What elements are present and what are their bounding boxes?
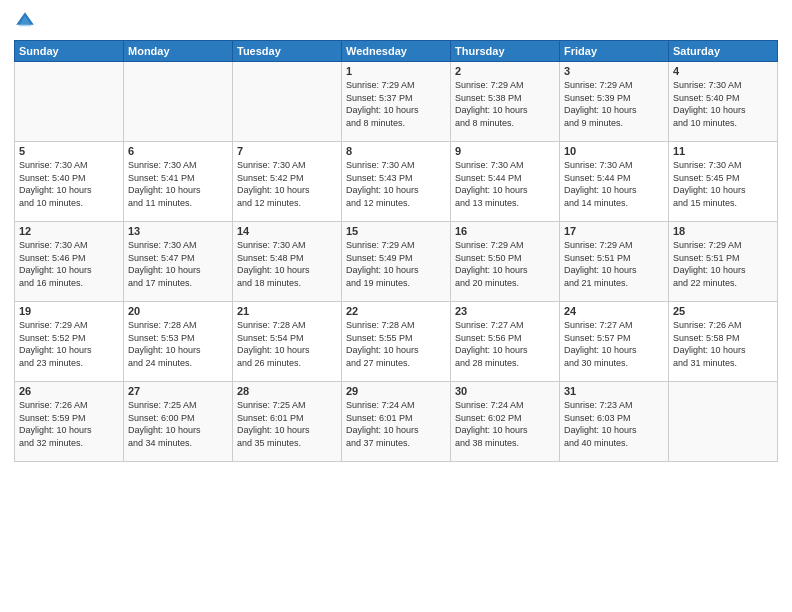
calendar-cell: 2Sunrise: 7:29 AM Sunset: 5:38 PM Daylig… bbox=[451, 62, 560, 142]
calendar-cell: 14Sunrise: 7:30 AM Sunset: 5:48 PM Dayli… bbox=[233, 222, 342, 302]
day-number: 3 bbox=[564, 65, 664, 77]
page: SundayMondayTuesdayWednesdayThursdayFrid… bbox=[0, 0, 792, 612]
day-info: Sunrise: 7:29 AM Sunset: 5:52 PM Dayligh… bbox=[19, 319, 119, 369]
day-info: Sunrise: 7:25 AM Sunset: 6:01 PM Dayligh… bbox=[237, 399, 337, 449]
calendar-cell: 1Sunrise: 7:29 AM Sunset: 5:37 PM Daylig… bbox=[342, 62, 451, 142]
day-number: 19 bbox=[19, 305, 119, 317]
calendar-cell bbox=[124, 62, 233, 142]
calendar-row: 19Sunrise: 7:29 AM Sunset: 5:52 PM Dayli… bbox=[15, 302, 778, 382]
logo-icon bbox=[14, 10, 36, 32]
day-number: 12 bbox=[19, 225, 119, 237]
day-info: Sunrise: 7:30 AM Sunset: 5:44 PM Dayligh… bbox=[455, 159, 555, 209]
day-number: 30 bbox=[455, 385, 555, 397]
calendar-cell: 17Sunrise: 7:29 AM Sunset: 5:51 PM Dayli… bbox=[560, 222, 669, 302]
calendar-cell: 30Sunrise: 7:24 AM Sunset: 6:02 PM Dayli… bbox=[451, 382, 560, 462]
calendar-cell: 7Sunrise: 7:30 AM Sunset: 5:42 PM Daylig… bbox=[233, 142, 342, 222]
day-number: 25 bbox=[673, 305, 773, 317]
day-info: Sunrise: 7:27 AM Sunset: 5:57 PM Dayligh… bbox=[564, 319, 664, 369]
calendar-cell: 26Sunrise: 7:26 AM Sunset: 5:59 PM Dayli… bbox=[15, 382, 124, 462]
day-number: 22 bbox=[346, 305, 446, 317]
day-number: 24 bbox=[564, 305, 664, 317]
calendar-cell: 29Sunrise: 7:24 AM Sunset: 6:01 PM Dayli… bbox=[342, 382, 451, 462]
day-number: 18 bbox=[673, 225, 773, 237]
calendar-cell: 23Sunrise: 7:27 AM Sunset: 5:56 PM Dayli… bbox=[451, 302, 560, 382]
day-number: 31 bbox=[564, 385, 664, 397]
day-info: Sunrise: 7:30 AM Sunset: 5:44 PM Dayligh… bbox=[564, 159, 664, 209]
calendar-cell: 3Sunrise: 7:29 AM Sunset: 5:39 PM Daylig… bbox=[560, 62, 669, 142]
calendar-cell: 6Sunrise: 7:30 AM Sunset: 5:41 PM Daylig… bbox=[124, 142, 233, 222]
day-info: Sunrise: 7:29 AM Sunset: 5:39 PM Dayligh… bbox=[564, 79, 664, 129]
day-info: Sunrise: 7:24 AM Sunset: 6:02 PM Dayligh… bbox=[455, 399, 555, 449]
calendar-cell: 22Sunrise: 7:28 AM Sunset: 5:55 PM Dayli… bbox=[342, 302, 451, 382]
day-info: Sunrise: 7:28 AM Sunset: 5:53 PM Dayligh… bbox=[128, 319, 228, 369]
day-info: Sunrise: 7:27 AM Sunset: 5:56 PM Dayligh… bbox=[455, 319, 555, 369]
day-info: Sunrise: 7:26 AM Sunset: 5:58 PM Dayligh… bbox=[673, 319, 773, 369]
day-number: 20 bbox=[128, 305, 228, 317]
header-cell-thursday: Thursday bbox=[451, 41, 560, 62]
day-number: 4 bbox=[673, 65, 773, 77]
header-cell-friday: Friday bbox=[560, 41, 669, 62]
day-info: Sunrise: 7:28 AM Sunset: 5:54 PM Dayligh… bbox=[237, 319, 337, 369]
day-info: Sunrise: 7:30 AM Sunset: 5:46 PM Dayligh… bbox=[19, 239, 119, 289]
day-number: 2 bbox=[455, 65, 555, 77]
header-cell-saturday: Saturday bbox=[669, 41, 778, 62]
calendar-cell: 15Sunrise: 7:29 AM Sunset: 5:49 PM Dayli… bbox=[342, 222, 451, 302]
calendar-cell: 10Sunrise: 7:30 AM Sunset: 5:44 PM Dayli… bbox=[560, 142, 669, 222]
day-info: Sunrise: 7:26 AM Sunset: 5:59 PM Dayligh… bbox=[19, 399, 119, 449]
calendar-cell: 12Sunrise: 7:30 AM Sunset: 5:46 PM Dayli… bbox=[15, 222, 124, 302]
day-number: 23 bbox=[455, 305, 555, 317]
calendar-cell: 8Sunrise: 7:30 AM Sunset: 5:43 PM Daylig… bbox=[342, 142, 451, 222]
calendar-cell: 19Sunrise: 7:29 AM Sunset: 5:52 PM Dayli… bbox=[15, 302, 124, 382]
calendar-cell: 5Sunrise: 7:30 AM Sunset: 5:40 PM Daylig… bbox=[15, 142, 124, 222]
day-number: 8 bbox=[346, 145, 446, 157]
header-row: SundayMondayTuesdayWednesdayThursdayFrid… bbox=[15, 41, 778, 62]
day-number: 10 bbox=[564, 145, 664, 157]
calendar-cell: 4Sunrise: 7:30 AM Sunset: 5:40 PM Daylig… bbox=[669, 62, 778, 142]
calendar-cell: 11Sunrise: 7:30 AM Sunset: 5:45 PM Dayli… bbox=[669, 142, 778, 222]
calendar-cell: 27Sunrise: 7:25 AM Sunset: 6:00 PM Dayli… bbox=[124, 382, 233, 462]
day-info: Sunrise: 7:25 AM Sunset: 6:00 PM Dayligh… bbox=[128, 399, 228, 449]
day-info: Sunrise: 7:30 AM Sunset: 5:40 PM Dayligh… bbox=[19, 159, 119, 209]
day-number: 14 bbox=[237, 225, 337, 237]
day-info: Sunrise: 7:29 AM Sunset: 5:38 PM Dayligh… bbox=[455, 79, 555, 129]
calendar-row: 12Sunrise: 7:30 AM Sunset: 5:46 PM Dayli… bbox=[15, 222, 778, 302]
calendar-cell: 13Sunrise: 7:30 AM Sunset: 5:47 PM Dayli… bbox=[124, 222, 233, 302]
day-info: Sunrise: 7:30 AM Sunset: 5:47 PM Dayligh… bbox=[128, 239, 228, 289]
day-number: 26 bbox=[19, 385, 119, 397]
calendar-row: 1Sunrise: 7:29 AM Sunset: 5:37 PM Daylig… bbox=[15, 62, 778, 142]
day-info: Sunrise: 7:30 AM Sunset: 5:43 PM Dayligh… bbox=[346, 159, 446, 209]
day-number: 9 bbox=[455, 145, 555, 157]
header-cell-monday: Monday bbox=[124, 41, 233, 62]
calendar-cell: 16Sunrise: 7:29 AM Sunset: 5:50 PM Dayli… bbox=[451, 222, 560, 302]
calendar-cell: 25Sunrise: 7:26 AM Sunset: 5:58 PM Dayli… bbox=[669, 302, 778, 382]
calendar-cell bbox=[15, 62, 124, 142]
calendar-cell: 9Sunrise: 7:30 AM Sunset: 5:44 PM Daylig… bbox=[451, 142, 560, 222]
header bbox=[14, 10, 778, 32]
day-number: 11 bbox=[673, 145, 773, 157]
day-number: 28 bbox=[237, 385, 337, 397]
calendar-cell bbox=[669, 382, 778, 462]
day-number: 13 bbox=[128, 225, 228, 237]
day-info: Sunrise: 7:29 AM Sunset: 5:51 PM Dayligh… bbox=[673, 239, 773, 289]
header-cell-sunday: Sunday bbox=[15, 41, 124, 62]
calendar-cell: 24Sunrise: 7:27 AM Sunset: 5:57 PM Dayli… bbox=[560, 302, 669, 382]
day-number: 29 bbox=[346, 385, 446, 397]
day-number: 5 bbox=[19, 145, 119, 157]
header-cell-tuesday: Tuesday bbox=[233, 41, 342, 62]
day-info: Sunrise: 7:29 AM Sunset: 5:50 PM Dayligh… bbox=[455, 239, 555, 289]
calendar-cell: 20Sunrise: 7:28 AM Sunset: 5:53 PM Dayli… bbox=[124, 302, 233, 382]
day-info: Sunrise: 7:30 AM Sunset: 5:41 PM Dayligh… bbox=[128, 159, 228, 209]
day-info: Sunrise: 7:29 AM Sunset: 5:37 PM Dayligh… bbox=[346, 79, 446, 129]
day-info: Sunrise: 7:30 AM Sunset: 5:48 PM Dayligh… bbox=[237, 239, 337, 289]
calendar-row: 5Sunrise: 7:30 AM Sunset: 5:40 PM Daylig… bbox=[15, 142, 778, 222]
day-info: Sunrise: 7:30 AM Sunset: 5:40 PM Dayligh… bbox=[673, 79, 773, 129]
day-info: Sunrise: 7:29 AM Sunset: 5:51 PM Dayligh… bbox=[564, 239, 664, 289]
day-info: Sunrise: 7:29 AM Sunset: 5:49 PM Dayligh… bbox=[346, 239, 446, 289]
calendar-cell: 18Sunrise: 7:29 AM Sunset: 5:51 PM Dayli… bbox=[669, 222, 778, 302]
day-info: Sunrise: 7:24 AM Sunset: 6:01 PM Dayligh… bbox=[346, 399, 446, 449]
calendar-table: SundayMondayTuesdayWednesdayThursdayFrid… bbox=[14, 40, 778, 462]
calendar-cell: 31Sunrise: 7:23 AM Sunset: 6:03 PM Dayli… bbox=[560, 382, 669, 462]
header-cell-wednesday: Wednesday bbox=[342, 41, 451, 62]
logo bbox=[14, 10, 40, 32]
day-number: 21 bbox=[237, 305, 337, 317]
